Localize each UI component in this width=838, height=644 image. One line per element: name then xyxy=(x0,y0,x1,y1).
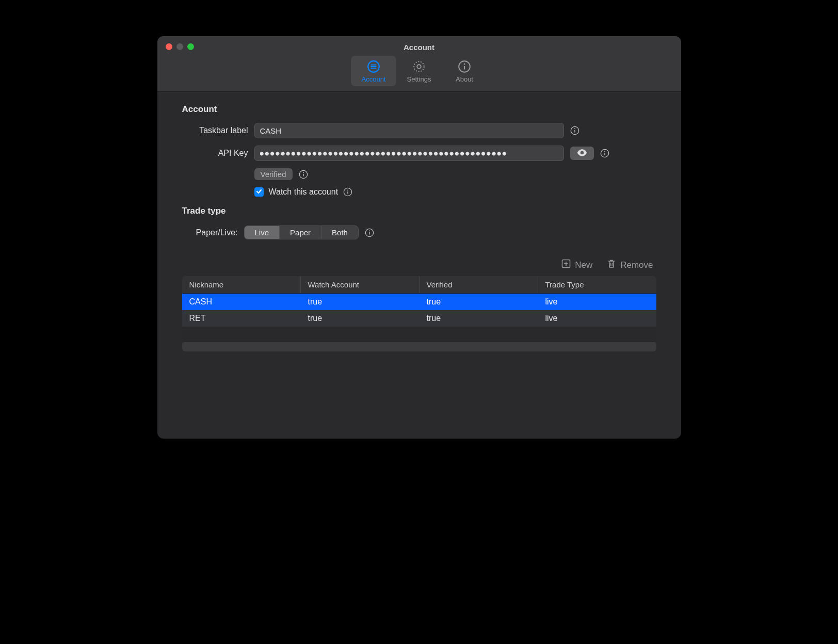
tab-about[interactable]: About xyxy=(442,56,487,86)
api-key-info-icon[interactable] xyxy=(600,149,609,158)
tab-label: Account xyxy=(362,75,386,83)
table-header: Nickname Watch Account Verified Trade Ty… xyxy=(182,276,656,294)
checkmark-icon xyxy=(256,187,262,197)
verified-info-icon[interactable] xyxy=(299,170,308,179)
taskbar-label-row: Taskbar label xyxy=(182,123,656,138)
accounts-table: Nickname Watch Account Verified Trade Ty… xyxy=(182,276,656,351)
table-actions: New Remove xyxy=(182,259,656,271)
account-section-heading: Account xyxy=(182,104,656,115)
svg-point-4 xyxy=(417,65,421,69)
zoom-window-button[interactable] xyxy=(187,43,194,50)
cell-trade: live xyxy=(538,310,656,327)
trade-type-segmented-control: Live Paper Both xyxy=(244,226,359,239)
cell-verified: true xyxy=(420,310,538,327)
table-row[interactable]: RET true true live xyxy=(182,310,656,327)
watch-account-label: Watch this account xyxy=(269,187,339,197)
svg-point-5 xyxy=(414,61,424,72)
taskbar-label-info-icon[interactable] xyxy=(570,126,579,135)
eye-icon xyxy=(577,149,587,158)
table-body: CASH true true live RET true true live xyxy=(182,294,656,327)
remove-button[interactable]: Remove xyxy=(607,259,653,271)
cell-watch: true xyxy=(301,310,420,327)
svg-point-23 xyxy=(369,230,370,231)
table-row[interactable]: CASH true true live xyxy=(182,294,656,310)
cell-nickname: RET xyxy=(182,310,301,327)
trade-type-heading: Trade type xyxy=(182,206,656,216)
titlebar: Account Account Settings About xyxy=(157,36,681,92)
cell-trade: live xyxy=(538,294,656,310)
window-title: Account xyxy=(157,36,681,52)
preferences-window: Account Account Settings About xyxy=(157,36,681,439)
svg-point-7 xyxy=(464,63,465,65)
svg-point-17 xyxy=(303,172,304,173)
cell-nickname: CASH xyxy=(182,294,301,310)
svg-point-12 xyxy=(580,151,584,154)
api-key-input[interactable] xyxy=(254,146,564,161)
remove-button-label: Remove xyxy=(620,260,653,270)
toolbar-tabs: Account Settings About xyxy=(157,52,681,91)
content-area: Account Taskbar label API Key Verified xyxy=(157,92,681,439)
reveal-api-key-button[interactable] xyxy=(570,147,594,160)
svg-point-20 xyxy=(347,190,348,191)
tab-label: Settings xyxy=(407,75,431,83)
paper-live-label: Paper/Live: xyxy=(182,228,238,237)
traffic-lights xyxy=(166,43,194,50)
segment-paper[interactable]: Paper xyxy=(280,226,321,239)
column-nickname[interactable]: Nickname xyxy=(182,276,301,293)
svg-point-14 xyxy=(604,151,605,152)
watch-account-checkbox[interactable] xyxy=(254,187,264,197)
verified-badge: Verified xyxy=(254,168,293,180)
tab-label: About xyxy=(456,75,473,83)
trade-type-info-icon[interactable] xyxy=(365,228,374,237)
close-window-button[interactable] xyxy=(166,43,172,50)
taskbar-label-input[interactable] xyxy=(254,123,564,138)
verified-row: Verified xyxy=(182,168,656,180)
api-key-label: API Key xyxy=(182,149,248,158)
watch-account-info-icon[interactable] xyxy=(343,187,352,197)
column-watch-account[interactable]: Watch Account xyxy=(301,276,420,293)
trade-type-row: Paper/Live: Live Paper Both xyxy=(182,226,656,239)
account-tab-icon xyxy=(367,60,380,73)
tab-settings[interactable]: Settings xyxy=(396,56,442,86)
svg-point-10 xyxy=(574,128,575,130)
trash-icon xyxy=(607,259,616,271)
column-trade-type[interactable]: Trade Type xyxy=(538,276,656,293)
tab-account[interactable]: Account xyxy=(351,56,396,86)
watch-account-row: Watch this account xyxy=(254,187,656,197)
plus-square-icon xyxy=(561,259,571,271)
new-button[interactable]: New xyxy=(561,259,592,271)
api-key-row: API Key xyxy=(182,146,656,161)
segment-both[interactable]: Both xyxy=(321,226,358,239)
table-footer-bar xyxy=(182,342,656,351)
minimize-window-button[interactable] xyxy=(176,43,183,50)
gear-icon xyxy=(412,60,426,73)
info-icon xyxy=(458,60,471,73)
new-button-label: New xyxy=(575,260,592,270)
column-verified[interactable]: Verified xyxy=(420,276,538,293)
cell-watch: true xyxy=(301,294,420,310)
cell-verified: true xyxy=(420,294,538,310)
taskbar-label-label: Taskbar label xyxy=(182,126,248,135)
segment-live[interactable]: Live xyxy=(245,226,280,239)
